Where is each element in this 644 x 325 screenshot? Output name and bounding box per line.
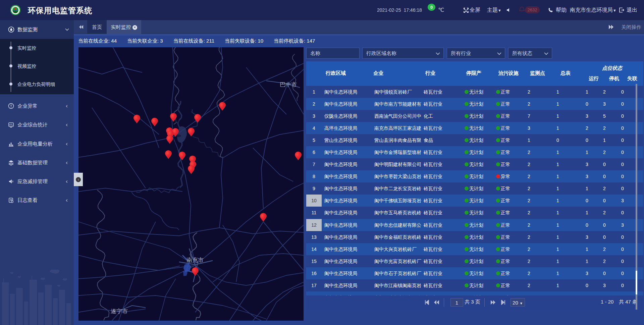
svg-text:遂宁市: 遂宁市	[111, 308, 128, 315]
svg-text:巴中市: 巴中市	[280, 82, 297, 88]
svg-text:南充市: 南充市	[186, 257, 204, 263]
